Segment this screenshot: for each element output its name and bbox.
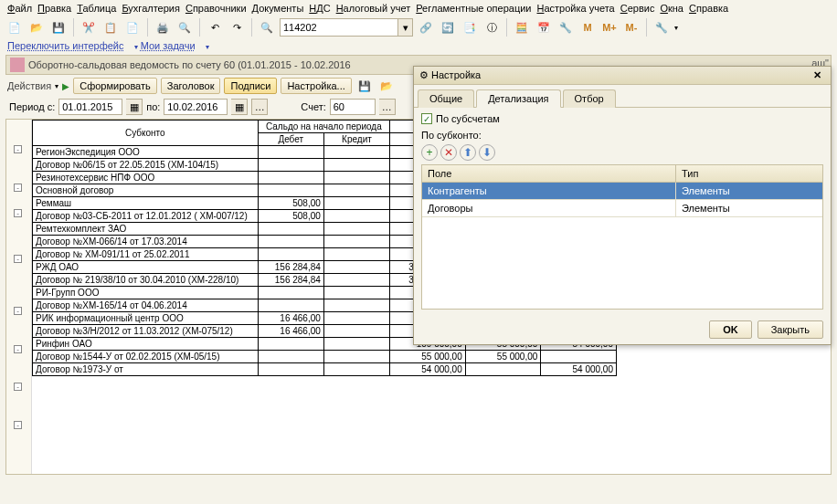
form-button[interactable]: Сформировать <box>73 78 157 94</box>
mem-mminus[interactable]: M- <box>622 18 641 37</box>
calendar-icon[interactable]: 📅 <box>535 18 553 37</box>
outline-column[interactable]: - - - - - - - - <box>6 120 32 474</box>
refresh-icon[interactable]: 🔄 <box>439 18 457 37</box>
grid-col-type[interactable]: Тип <box>676 165 822 182</box>
ok-button[interactable]: OK <box>709 320 752 339</box>
grid-cell-field: Договоры <box>422 200 676 216</box>
add-icon[interactable]: + <box>421 144 438 161</box>
cell-credit <box>323 223 389 236</box>
settings-button[interactable]: Настройка... <box>281 78 351 94</box>
menu-tax[interactable]: Налоговый учет <box>336 3 411 14</box>
grid-row[interactable]: Контрагенты Элементы <box>422 183 822 200</box>
period-picker-icon[interactable]: … <box>251 99 268 115</box>
table-row[interactable]: Договор №1544-У от 02.02.2015 (ХМ-05/15)… <box>33 351 617 363</box>
tab-detail[interactable]: Детализация <box>476 89 560 108</box>
menu-table[interactable]: Таблица <box>77 3 116 14</box>
my-tasks-link[interactable]: Мои задачи <box>141 40 196 51</box>
chevron-down-icon[interactable]: ▾ <box>134 43 138 51</box>
account-input[interactable] <box>330 99 376 115</box>
save-settings-icon[interactable]: 💾 <box>355 78 374 94</box>
close-icon[interactable]: ✕ <box>810 69 825 81</box>
tab-general[interactable]: Общие <box>418 89 474 108</box>
close-button[interactable]: Закрыть <box>758 320 823 339</box>
table-row[interactable]: Договор №1973-У от54 000,0054 000,00 <box>33 363 617 376</box>
link-icon[interactable]: 🔗 <box>417 18 435 37</box>
cell-extra: 54 000,00 <box>541 363 617 376</box>
header-button[interactable]: Заголовок <box>161 78 221 94</box>
panel-title: Настройка <box>431 69 481 80</box>
open-icon[interactable]: 📂 <box>27 18 46 37</box>
menu-vat[interactable]: НДС <box>309 3 330 14</box>
mem-m[interactable]: M <box>578 18 597 37</box>
subconto-grid: Поле Тип Контрагенты Элементы Договоры Э… <box>421 164 823 310</box>
cell-debit <box>258 363 323 376</box>
collapse-node-icon[interactable]: - <box>14 209 22 217</box>
search-dropdown-icon[interactable]: ▾ <box>398 18 413 37</box>
collapse-node-icon[interactable]: - <box>14 255 22 263</box>
copy2-icon[interactable]: 📑 <box>461 18 479 37</box>
by-subaccounts-checkbox[interactable]: ✓ По субсчетам <box>421 113 823 124</box>
cell-credit <box>323 363 389 376</box>
menu-documents[interactable]: Документы <box>252 3 304 14</box>
cell-debit <box>258 146 323 159</box>
cell-debit: 16 466,00 <box>258 312 323 325</box>
collapse-node-icon[interactable]: - <box>14 184 22 192</box>
menu-edit[interactable]: Правка <box>37 3 71 14</box>
chevron-down-icon[interactable]: ▾ <box>206 43 209 51</box>
menu-windows[interactable]: Окна <box>660 3 683 14</box>
menu-accounting[interactable]: Бухгалтерия <box>122 3 180 14</box>
calc-icon[interactable]: 🧮 <box>513 18 531 37</box>
grid-col-field[interactable]: Поле <box>422 165 676 182</box>
undo-icon[interactable]: ↶ <box>206 18 224 37</box>
period-from-label: Период с: <box>9 101 55 112</box>
grid-row[interactable]: Договоры Элементы <box>422 200 822 217</box>
menu-help[interactable]: Справка <box>689 3 728 14</box>
search-input[interactable] <box>280 18 398 37</box>
delete-icon[interactable]: ✕ <box>440 144 457 161</box>
mem-mplus[interactable]: M+ <box>600 18 619 37</box>
info-icon[interactable]: ⓘ <box>482 18 501 37</box>
print-icon[interactable]: 🖨️ <box>154 18 172 37</box>
menu-file[interactable]: Файл <box>7 3 32 14</box>
switch-interface-link[interactable]: Переключить интерфейс <box>7 40 124 51</box>
tools-icon[interactable]: 🔧 <box>556 18 575 37</box>
redo-icon[interactable]: ↷ <box>228 18 246 37</box>
move-down-icon[interactable]: ⬇ <box>479 144 495 161</box>
collapse-node-icon[interactable]: - <box>14 307 22 315</box>
menu-account-setup[interactable]: Настройка учета <box>537 3 615 14</box>
grid-cell-type: Элементы <box>676 183 822 199</box>
cell-credit <box>323 351 389 363</box>
paste-icon[interactable]: 📄 <box>123 18 142 37</box>
restore-settings-icon[interactable]: 📂 <box>377 78 396 94</box>
period-to-input[interactable] <box>164 99 228 115</box>
collapse-node-icon[interactable]: - <box>14 145 22 153</box>
collapse-node-icon[interactable]: - <box>14 383 22 391</box>
preview-icon[interactable]: 🔍 <box>175 18 194 37</box>
menu-regulatory[interactable]: Регламентные операции <box>416 3 531 14</box>
copy-icon[interactable]: 📋 <box>101 18 120 37</box>
cut-icon[interactable]: ✂️ <box>79 18 98 37</box>
chevron-down-icon[interactable]: ▾ <box>55 82 58 90</box>
chevron-down-icon[interactable]: ▾ <box>674 24 678 32</box>
cell-debit: 508,00 <box>258 210 323 223</box>
tab-filter[interactable]: Отбор <box>563 89 616 108</box>
save-icon[interactable]: 💾 <box>49 18 68 37</box>
collapse-node-icon[interactable]: - <box>14 345 22 353</box>
menu-references[interactable]: Справочники <box>185 3 247 14</box>
cell-turn-debit: 55 000,00 <box>390 351 466 363</box>
menu-service[interactable]: Сервис <box>620 3 655 14</box>
account-pick-icon[interactable]: … <box>379 99 396 115</box>
panel-title-bar[interactable]: ⚙ Настройка ✕ <box>414 67 831 85</box>
actions-menu[interactable]: Действия <box>7 80 51 91</box>
search-icon[interactable]: 🔍 <box>258 18 276 37</box>
calendar-icon[interactable]: ▦ <box>231 99 248 115</box>
period-from-input[interactable] <box>58 99 122 115</box>
signs-button[interactable]: Подписи <box>224 78 277 94</box>
collapse-node-icon[interactable]: - <box>14 421 22 429</box>
cell-turn-debit: 54 000,00 <box>390 363 466 376</box>
calendar-icon[interactable]: ▦ <box>126 99 143 115</box>
move-up-icon[interactable]: ⬆ <box>460 144 476 161</box>
wrench-icon[interactable]: 🔧 <box>652 18 671 37</box>
new-icon[interactable]: 📄 <box>5 18 24 37</box>
cell-subconto: Договор №ХМ-066/14 от 17.03.2014 <box>33 236 259 248</box>
